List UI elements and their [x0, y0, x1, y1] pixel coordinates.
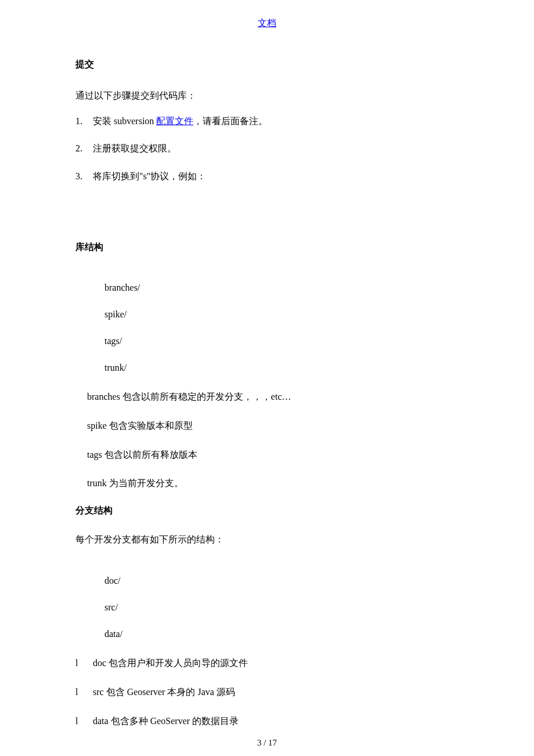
bullet-marker-2: l: [75, 685, 87, 700]
tree-trunk: trunk/: [75, 363, 459, 373]
tree-data: data/: [75, 629, 459, 639]
page-number: 3 / 17: [257, 738, 277, 747]
bullet-doc: l doc 包含用户和开发人员向导的源文件: [75, 656, 459, 671]
submit-intro: 通过以下步骤提交到代码库：: [75, 88, 459, 103]
submit-steps: 1. 安装 subversion 配置文件，请看后面备注。 2. 注册获取提交权…: [75, 114, 459, 184]
step-3-num: 3.: [75, 169, 92, 184]
step-1-prefix: 安装 subversion: [93, 116, 156, 126]
step-1-suffix: ，请看后面备注。: [193, 116, 268, 126]
step-2-num: 2.: [75, 141, 92, 156]
bullet-marker-3: l: [75, 714, 87, 729]
step-2: 2. 注册获取提交权限。: [75, 141, 459, 156]
bullet-marker-1: l: [75, 656, 87, 671]
tree-spike: spike/: [75, 309, 459, 320]
tree-tags: tags/: [75, 336, 459, 346]
branch-bullets: l doc 包含用户和开发人员向导的源文件 l src 包含 Geoserver…: [75, 656, 459, 728]
branch-tree: doc/ src/ data/: [75, 576, 459, 639]
desc-branches: branches 包含以前所有稳定的开发分支，，，etc…: [75, 389, 459, 404]
step-3: 3. 将库切换到"s"协议，例如：: [75, 169, 459, 184]
heading-branch-structure: 分支结构: [75, 505, 459, 517]
branch-intro: 每个开发分支都有如下所示的结构：: [75, 532, 459, 547]
bullet-doc-text: doc 包含用户和开发人员向导的源文件: [93, 658, 248, 668]
repo-tree: branches/ spike/ tags/ trunk/: [75, 283, 459, 373]
bullet-data-text: data 包含多种 GeoServer 的数据目录: [93, 716, 239, 726]
tree-src: src/: [75, 602, 459, 613]
heading-submit: 提交: [75, 59, 459, 71]
page-footer: 3 / 17: [0, 738, 534, 748]
step-1: 1. 安装 subversion 配置文件，请看后面备注。: [75, 114, 459, 129]
document-page: 文档 提交 通过以下步骤提交到代码库： 1. 安装 subversion 配置文…: [0, 0, 534, 756]
desc-tags: tags 包含以前所有释放版本: [75, 447, 459, 462]
desc-trunk: trunk 为当前开发分支。: [75, 476, 459, 491]
bullet-src-text: src 包含 Geoserver 本身的 Java 源码: [93, 687, 235, 697]
config-file-link[interactable]: 配置文件: [156, 116, 193, 126]
desc-spike: spike 包含实验版本和原型: [75, 418, 459, 433]
bullet-data: l data 包含多种 GeoServer 的数据目录: [75, 714, 459, 729]
step-1-num: 1.: [75, 114, 92, 129]
bullet-src: l src 包含 Geoserver 本身的 Java 源码: [75, 685, 459, 700]
header-link-row: 文档: [75, 17, 459, 30]
doc-link[interactable]: 文档: [258, 18, 276, 28]
step-3-text: 将库切换到"s"协议，例如：: [93, 171, 206, 181]
repo-desc-list: branches 包含以前所有稳定的开发分支，，，etc… spike 包含实验…: [75, 389, 459, 490]
step-2-text: 注册获取提交权限。: [93, 143, 176, 153]
heading-repo-structure: 库结构: [75, 241, 459, 254]
tree-doc: doc/: [75, 576, 459, 586]
tree-branches: branches/: [75, 283, 459, 293]
